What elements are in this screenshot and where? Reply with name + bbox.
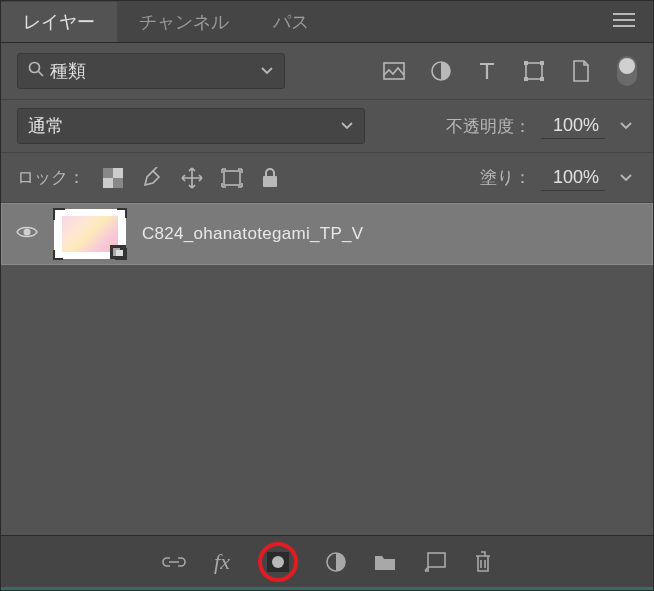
visibility-eye-icon[interactable] bbox=[16, 224, 38, 244]
opacity-chevron-icon[interactable] bbox=[615, 113, 637, 139]
smart-object-badge-icon bbox=[110, 245, 126, 259]
svg-point-14 bbox=[24, 229, 31, 236]
filter-toggle[interactable] bbox=[617, 56, 637, 86]
svg-rect-3 bbox=[526, 63, 542, 79]
layer-thumbnail[interactable] bbox=[54, 209, 126, 259]
lock-position-icon[interactable] bbox=[181, 167, 203, 189]
svg-rect-12 bbox=[224, 171, 240, 185]
search-icon bbox=[28, 61, 44, 81]
svg-rect-8 bbox=[103, 168, 113, 178]
layer-row[interactable]: C824_ohanatotegami_TP_V bbox=[1, 203, 653, 265]
svg-rect-7 bbox=[540, 77, 544, 81]
tab-layers[interactable]: レイヤー bbox=[1, 1, 117, 42]
svg-rect-6 bbox=[524, 77, 528, 81]
fill-group: 塗り： 100% bbox=[480, 165, 637, 191]
lock-artboard-icon[interactable] bbox=[221, 168, 243, 188]
filter-row: 種類 bbox=[1, 43, 653, 99]
new-adjustment-layer-icon[interactable] bbox=[326, 552, 346, 572]
svg-rect-18 bbox=[428, 553, 445, 567]
blend-row: 通常 不透明度： 100% bbox=[1, 99, 653, 153]
layer-effects-icon[interactable]: fx bbox=[214, 549, 230, 575]
svg-rect-5 bbox=[540, 61, 544, 65]
filter-shape-icon[interactable] bbox=[523, 60, 545, 82]
filter-image-icon[interactable] bbox=[383, 62, 405, 80]
new-layer-icon[interactable] bbox=[424, 552, 446, 572]
opacity-value[interactable]: 100% bbox=[541, 113, 605, 139]
filter-smartobject-icon[interactable] bbox=[571, 60, 591, 82]
lock-all-icon[interactable] bbox=[261, 168, 279, 188]
panel-menu-icon[interactable] bbox=[595, 13, 653, 31]
filter-type-label: 種類 bbox=[50, 59, 260, 83]
layer-name[interactable]: C824_ohanatotegami_TP_V bbox=[142, 224, 363, 244]
svg-rect-11 bbox=[103, 178, 113, 188]
tab-channels[interactable]: チャンネル bbox=[117, 1, 251, 42]
fill-label: 塗り： bbox=[480, 166, 531, 189]
fill-chevron-icon[interactable] bbox=[615, 165, 637, 191]
svg-point-0 bbox=[30, 63, 40, 73]
blend-mode-select[interactable]: 通常 bbox=[17, 108, 365, 144]
svg-rect-16 bbox=[116, 250, 123, 256]
link-layers-icon[interactable] bbox=[162, 555, 186, 569]
fill-value[interactable]: 100% bbox=[541, 165, 605, 191]
svg-rect-10 bbox=[113, 168, 123, 178]
add-mask-icon[interactable] bbox=[258, 542, 298, 582]
panel-resize-bar[interactable] bbox=[1, 587, 653, 590]
filter-adjustment-icon[interactable] bbox=[431, 61, 451, 81]
new-group-icon[interactable] bbox=[374, 553, 396, 571]
layers-list: C824_ohanatotegami_TP_V bbox=[1, 203, 653, 535]
svg-rect-4 bbox=[524, 61, 528, 65]
filter-icons bbox=[383, 56, 637, 86]
layers-panel: レイヤー チャンネル パス 種類 bbox=[0, 0, 654, 591]
filter-text-icon[interactable] bbox=[477, 61, 497, 81]
lock-transparency-icon[interactable] bbox=[103, 168, 123, 188]
svg-rect-9 bbox=[113, 178, 123, 188]
svg-rect-13 bbox=[263, 176, 277, 187]
opacity-group: 不透明度： 100% bbox=[446, 113, 637, 139]
tab-paths[interactable]: パス bbox=[251, 1, 331, 42]
lock-label: ロック： bbox=[17, 166, 85, 189]
panel-tabs: レイヤー チャンネル パス bbox=[1, 1, 653, 43]
chevron-down-icon bbox=[260, 62, 274, 80]
lock-row: ロック： 塗り： 100% bbox=[1, 153, 653, 203]
delete-layer-icon[interactable] bbox=[474, 551, 492, 573]
opacity-label: 不透明度： bbox=[446, 115, 531, 138]
chevron-down-icon bbox=[340, 117, 354, 135]
filter-type-select[interactable]: 種類 bbox=[17, 53, 285, 89]
lock-pixels-icon[interactable] bbox=[141, 167, 163, 189]
bottom-toolbar: fx bbox=[1, 535, 653, 587]
blend-mode-label: 通常 bbox=[28, 114, 340, 138]
